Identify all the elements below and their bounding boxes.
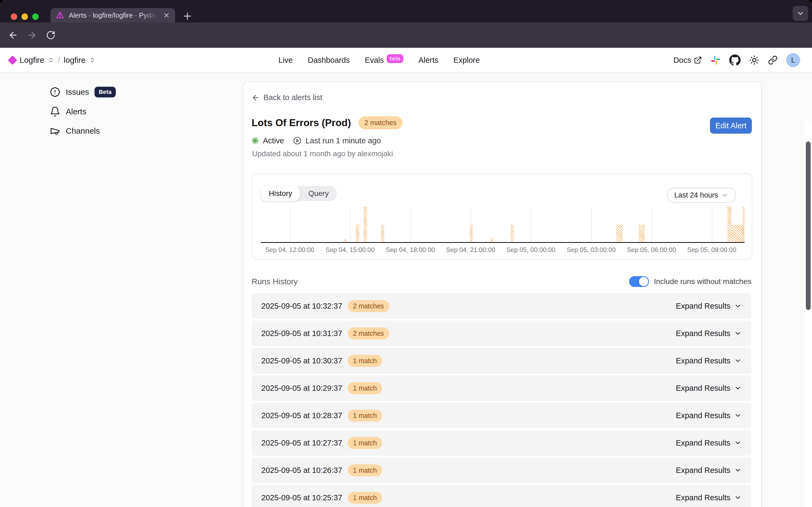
gridline xyxy=(350,207,351,242)
tab-query[interactable]: Query xyxy=(300,186,337,201)
user-avatar[interactable]: L xyxy=(786,53,800,67)
run-timestamp: 2025-09-05 at 10:28:37 xyxy=(261,411,342,420)
maximize-window-button[interactable] xyxy=(32,13,39,20)
breadcrumb: Logfire / logfire xyxy=(9,48,95,72)
close-window-button[interactable] xyxy=(11,13,17,20)
run-history-row[interactable]: 2025-09-05 at 10:28:37 1 match Expand Re… xyxy=(252,403,751,428)
history-bar xyxy=(470,225,473,242)
nav-link-evals[interactable]: Evals beta xyxy=(365,56,403,65)
play-circle-icon xyxy=(293,136,301,145)
chevron-down-icon xyxy=(734,439,742,447)
history-bar xyxy=(364,207,367,242)
browser-tab-strip: Alerts · logfire/logfire · Pydantic xyxy=(0,0,812,22)
docs-link[interactable]: Docs xyxy=(673,56,702,65)
page-scrollbar-track[interactable] xyxy=(803,121,812,507)
org-selector[interactable]: Logfire xyxy=(19,56,44,65)
back-to-alerts-link[interactable]: Back to alerts list xyxy=(252,93,322,102)
sidebar-item-issues[interactable]: Issues Beta xyxy=(50,86,116,98)
history-bar xyxy=(381,225,384,242)
sidebar-item-label: Alerts xyxy=(66,107,87,116)
run-matches-badge: 1 match xyxy=(348,382,382,394)
expand-results-button[interactable]: Expand Results xyxy=(676,411,742,420)
expand-results-button[interactable]: Expand Results xyxy=(676,384,742,393)
edit-alert-button[interactable]: Edit Alert xyxy=(710,118,752,134)
back-button[interactable] xyxy=(4,30,22,40)
run-history-row[interactable]: 2025-09-05 at 10:27:37 1 match Expand Re… xyxy=(252,430,751,456)
history-bar xyxy=(743,207,745,242)
expand-results-button[interactable]: Expand Results xyxy=(676,329,742,338)
runs-list: 2025-09-05 at 10:32:37 2 matches Expand … xyxy=(252,293,751,507)
github-icon[interactable] xyxy=(729,54,741,66)
forward-button[interactable] xyxy=(22,30,41,40)
close-tab-icon[interactable] xyxy=(163,11,170,19)
nav-link-live[interactable]: Live xyxy=(278,56,293,65)
tab-history[interactable]: History xyxy=(261,186,300,201)
nav-link-alerts[interactable]: Alerts xyxy=(418,56,438,65)
history-bar xyxy=(356,225,359,242)
nav-link-dashboards[interactable]: Dashboards xyxy=(308,56,349,65)
sidebar-item-channels[interactable]: Channels xyxy=(50,125,100,137)
browser-tab-active[interactable]: Alerts · logfire/logfire · Pydantic xyxy=(51,8,175,22)
app-nav-bar: Logfire / logfire Live Dashboards Evals … xyxy=(0,48,812,73)
breadcrumb-separator: / xyxy=(58,56,60,65)
expand-results-label: Expand Results xyxy=(676,356,730,365)
gridline xyxy=(712,207,712,242)
expand-results-label: Expand Results xyxy=(676,302,730,311)
browser-window: Alerts · logfire/logfire · Pydantic logf… xyxy=(0,0,812,507)
time-range-select[interactable]: Last 24 hours xyxy=(667,187,736,203)
history-bar xyxy=(490,238,493,242)
page-scrollbar-thumb[interactable] xyxy=(806,142,811,310)
arrow-left-icon xyxy=(252,94,260,102)
alert-title-row: Lots Of Errors (Prod) 2 matches xyxy=(252,116,402,129)
expand-results-button[interactable]: Expand Results xyxy=(676,439,742,447)
status-label: Active xyxy=(263,136,284,145)
run-history-row[interactable]: 2025-09-05 at 10:29:37 1 match Expand Re… xyxy=(252,375,751,401)
run-matches-badge: 1 match xyxy=(348,437,382,449)
expand-results-button[interactable]: Expand Results xyxy=(676,356,742,365)
run-timestamp: 2025-09-05 at 10:26:37 xyxy=(261,466,342,475)
expand-results-label: Expand Results xyxy=(676,329,730,338)
x-tick-label: Sep 05, 06:00:00 xyxy=(627,246,676,253)
nav-link-evals-label: Evals xyxy=(365,56,384,65)
matches-badge: 2 matches xyxy=(359,116,402,129)
back-link-label: Back to alerts list xyxy=(263,93,322,102)
history-panel: History Query Last 24 hours Sep 04, 12:0… xyxy=(252,174,752,260)
tab-search-button[interactable] xyxy=(793,6,808,21)
history-bar xyxy=(344,239,346,242)
share-link-icon[interactable] xyxy=(768,55,778,65)
run-timestamp: 2025-09-05 at 10:31:37 xyxy=(261,329,342,338)
browser-toolbar: logfire-eu.pydantic.info/logfire/logfire… xyxy=(0,22,812,48)
theme-sun-icon[interactable] xyxy=(749,55,759,65)
slack-icon[interactable] xyxy=(710,55,721,65)
run-history-row[interactable]: 2025-09-05 at 10:25:37 1 match Expand Re… xyxy=(252,485,751,507)
run-history-row[interactable]: 2025-09-05 at 10:31:37 2 matches Expand … xyxy=(252,321,751,346)
badge-alert-icon xyxy=(50,87,60,98)
nav-link-explore[interactable]: Explore xyxy=(453,56,480,65)
x-tick-label: Sep 04, 18:00:00 xyxy=(386,246,435,253)
run-history-row[interactable]: 2025-09-05 at 10:26:37 1 match Expand Re… xyxy=(252,457,751,483)
expand-results-button[interactable]: Expand Results xyxy=(676,466,742,475)
tab-title: Alerts · logfire/logfire · Pydantic xyxy=(69,11,157,19)
new-tab-button[interactable] xyxy=(182,11,193,21)
minimize-window-button[interactable] xyxy=(21,13,28,20)
run-timestamp: 2025-09-05 at 10:27:37 xyxy=(261,439,342,447)
expand-results-label: Expand Results xyxy=(676,466,730,475)
run-history-row[interactable]: 2025-09-05 at 10:32:37 2 matches Expand … xyxy=(252,293,751,319)
chevrons-up-down-icon[interactable] xyxy=(48,57,54,63)
x-tick-label: Sep 05, 09:00:00 xyxy=(687,246,736,253)
toggle-label: Include runs without matches xyxy=(654,277,751,286)
gridline xyxy=(591,207,592,242)
expand-results-button[interactable]: Expand Results xyxy=(676,302,742,311)
chevrons-up-down-icon[interactable] xyxy=(90,57,95,63)
run-history-row[interactable]: 2025-09-05 at 10:30:37 1 match Expand Re… xyxy=(252,348,751,374)
include-runs-toggle[interactable] xyxy=(629,276,649,287)
sidebar-item-alerts[interactable]: Alerts xyxy=(50,106,87,118)
megaphone-icon xyxy=(50,126,60,136)
time-range-value: Last 24 hours xyxy=(674,191,718,200)
chevron-down-icon xyxy=(734,412,742,419)
expand-results-button[interactable]: Expand Results xyxy=(676,493,742,502)
chevron-down-icon xyxy=(734,330,742,337)
reload-button[interactable] xyxy=(41,30,60,40)
project-selector[interactable]: logfire xyxy=(64,56,86,65)
run-timestamp: 2025-09-05 at 10:32:37 xyxy=(261,302,342,311)
